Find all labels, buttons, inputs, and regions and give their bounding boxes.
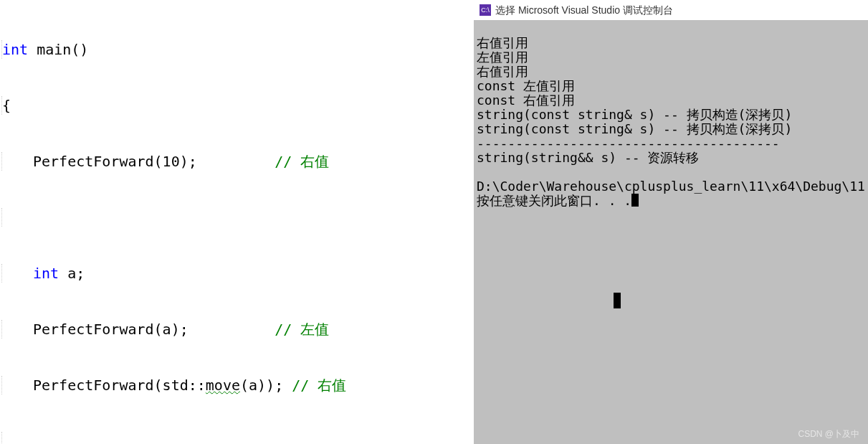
console-line: 按任意键关闭此窗口. . . xyxy=(477,193,631,208)
console-line: string(const string& s) -- 拷贝构造(深拷贝) xyxy=(477,121,792,136)
code-line xyxy=(0,432,474,444)
console-output[interactable]: 右值引用 左值引用 右值引用 const 左值引用 const 右值引用 str… xyxy=(474,20,868,444)
console-line: string(const string& s) -- 拷贝构造(深拷贝) xyxy=(477,107,792,122)
console-line: const 左值引用 xyxy=(477,78,575,93)
comment: // 右值 xyxy=(292,377,346,394)
watermark-text: CSDN @卜及中 xyxy=(798,427,859,441)
console-titlebar[interactable]: C:\ 选择 Microsoft Visual Studio 调试控制台 xyxy=(474,0,868,20)
console-line: const 右值引用 xyxy=(477,93,575,108)
console-line: string(string&& s) -- 资源转移 xyxy=(477,150,699,165)
code-line xyxy=(0,208,474,227)
console-title-icon: C:\ xyxy=(480,4,491,16)
console-line: 右值引用 xyxy=(477,64,528,79)
comment: // 左值 xyxy=(275,321,329,338)
debug-console-window: C:\ 选择 Microsoft Visual Studio 调试控制台 右值引… xyxy=(474,0,868,444)
move-call: move xyxy=(206,377,240,394)
code-line: { xyxy=(0,96,474,115)
console-line: --------------------------------------- xyxy=(477,136,780,151)
console-line: 右值引用 xyxy=(477,35,528,50)
brace: { xyxy=(2,97,11,114)
code-editor[interactable]: int main() { PerfectForward(10); // 右值 i… xyxy=(0,0,474,444)
keyword-int: int xyxy=(2,41,28,58)
code-line: PerfectForward(std::move(a)); // 右值 xyxy=(0,376,474,395)
comment: // 右值 xyxy=(275,153,329,170)
console-line: 左值引用 xyxy=(477,49,528,65)
code-line: int main() xyxy=(0,40,474,59)
decl-a: a; xyxy=(59,265,85,282)
console-cursor xyxy=(631,194,639,207)
main-sig: main() xyxy=(28,41,88,58)
console-block-cursor xyxy=(614,293,621,308)
code-line: int a; xyxy=(0,264,474,283)
call-perfectforward: PerfectForward(10); xyxy=(33,153,197,170)
call-tail: (a)); xyxy=(240,377,292,394)
console-title: 选择 Microsoft Visual Studio 调试控制台 xyxy=(495,1,673,19)
code-line: PerfectForward(a); // 左值 xyxy=(0,320,474,339)
call-perfectforward: PerfectForward(a); xyxy=(33,321,189,338)
console-line: D:\Coder\Warehouse\cplusplus_learn\11\x6… xyxy=(477,179,868,194)
keyword-int: int xyxy=(33,265,59,282)
call-head: PerfectForward(std:: xyxy=(33,377,206,394)
code-line: PerfectForward(10); // 右值 xyxy=(0,152,474,171)
